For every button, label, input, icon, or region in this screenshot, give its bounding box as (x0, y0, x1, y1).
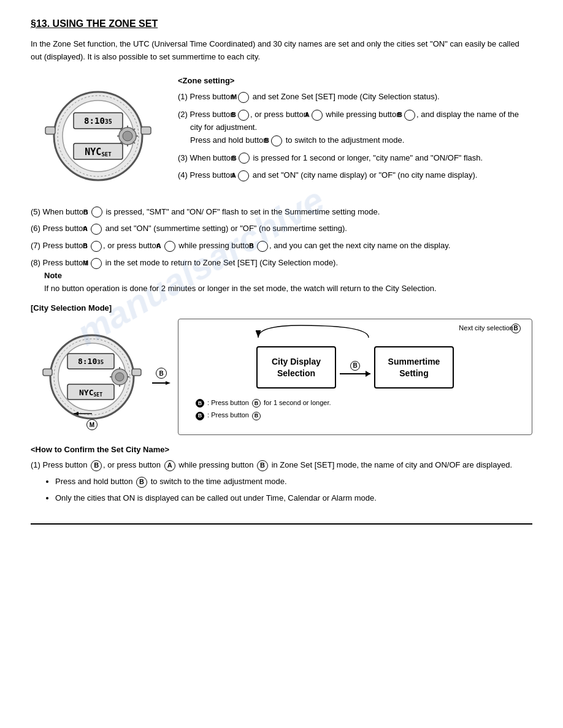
city-display-box: City DisplaySelection (256, 346, 336, 388)
b-filled-legend2: B (196, 412, 204, 420)
summertime-label: SummertimeSetting (388, 357, 440, 377)
b-button-arrow: B (152, 368, 170, 386)
lower-steps: (5) When button B is pressed, "SMT" and … (31, 206, 532, 295)
b-how-1b: B (257, 460, 268, 471)
bullet-2: Only the cities that ON is displayed can… (55, 492, 532, 505)
diagram-flow: City DisplaySelection B SummertimeSettin… (188, 346, 522, 388)
b-button-5: B (91, 207, 102, 218)
svg-marker-37 (74, 412, 79, 415)
watch-svg-top: 8:1035 NYCSET (37, 75, 159, 197)
b-flow-circle: B (350, 361, 360, 371)
b-button-2b: B (404, 110, 415, 121)
svg-rect-2 (45, 127, 55, 134)
b-button-7a: B (91, 241, 102, 252)
legend-text-1: : Press button B for 1 second or longer. (207, 399, 331, 406)
zone-step-3: (3) When button B is pressed for 1 secon… (178, 152, 532, 165)
svg-marker-35 (166, 381, 170, 385)
zone-step-1: (1) Press button M and set Zone Set [SET… (178, 91, 532, 104)
how-to-section: <How to Confirm the Set City Name> (1) P… (31, 445, 532, 504)
zone-step-2: (2) Press button B, or press button A wh… (178, 108, 532, 146)
b-outline-legend1: B (252, 399, 261, 408)
legend-line-1: B : Press button B for 1 second or longe… (194, 397, 522, 409)
svg-point-8 (123, 131, 132, 141)
zone-instructions: <Zone setting> (1) Press button M and se… (178, 75, 532, 197)
svg-point-27 (115, 373, 124, 381)
how-to-list: (1) Press button B, or press button A wh… (31, 459, 532, 504)
m-button-1: M (238, 92, 249, 103)
intro-text: In the Zone Set function, the UTC (Unive… (31, 38, 532, 64)
step-6: (6) Press button A and set "ON" (summert… (31, 222, 532, 235)
arrow-line-1 (340, 373, 370, 374)
a-button-7: A (164, 241, 175, 252)
step-7: (7) Press button B, or press button A wh… (31, 240, 532, 252)
step-5: (5) When button B is pressed, "SMT" and … (31, 206, 532, 219)
b-button-2a: B (238, 110, 249, 121)
svg-rect-1 (141, 127, 151, 134)
legend-line-2: B : Press button B (194, 409, 522, 421)
m-circle-return: M (86, 419, 98, 430)
upper-section: 8:1035 NYCSET <Zone setting> (1) Press b… (31, 75, 532, 197)
a-button-4: A (238, 170, 249, 181)
zone-setting-subtitle: <Zone setting> (178, 75, 532, 88)
a-button-6: A (91, 224, 102, 235)
b-button-7b: B (257, 241, 268, 252)
bullet-1: Press and hold button B to switch to the… (55, 476, 532, 488)
b-circle-arrow: B (156, 368, 167, 379)
b-button-3: B (239, 153, 250, 164)
city-display-label: City DisplaySelection (272, 357, 321, 377)
m-button-return: M (74, 409, 110, 430)
note-label: Note (44, 271, 62, 280)
watch-diagram-bottom: 8:1035 NYCSET B M (31, 319, 153, 435)
b-outline-legend2: B (252, 412, 261, 420)
zone-steps-list: (1) Press button M and set Zone Set [SET… (178, 91, 532, 182)
b-circle-top-right: B (510, 323, 522, 333)
b-how-1a: B (91, 460, 102, 471)
watch-diagram-left: 8:1035 NYCSET (31, 75, 166, 197)
next-city-label: Next city selection (459, 324, 513, 332)
summertime-setting-box: SummertimeSetting (374, 346, 454, 388)
city-selection-header: [City Selection Mode] (31, 303, 532, 313)
m-button-8: M (91, 258, 102, 269)
bullet-list: Press and hold button B to switch to the… (31, 476, 532, 505)
bottom-line (31, 523, 532, 525)
zone-step-4: (4) Press button A and set "ON" (city na… (178, 169, 532, 182)
city-selection-section: 8:1035 NYCSET B M Next cit (31, 319, 532, 435)
b-bullet-1: B (136, 477, 147, 488)
a-how-1: A (164, 460, 175, 471)
section-title: §13. USING THE ZONE SET (31, 18, 532, 29)
legend-text-2: : Press button B (207, 411, 262, 419)
b-button-2c: B (271, 135, 282, 146)
legend-area: B : Press button B for 1 second or longe… (188, 397, 522, 421)
b-filled-legend1: B (196, 399, 204, 408)
how-to-header: <How to Confirm the Set City Name> (31, 445, 532, 454)
step-8: (8) Press button M in the set mode to re… (31, 257, 532, 295)
how-to-step1: (1) Press button B, or press button A wh… (31, 459, 532, 472)
svg-rect-20 (132, 369, 141, 376)
svg-rect-21 (43, 369, 52, 376)
flow-arrow-1: B (340, 361, 370, 374)
a-button-2: A (312, 110, 323, 121)
diagram-container: Next city selection B City DisplaySelect… (178, 319, 532, 435)
